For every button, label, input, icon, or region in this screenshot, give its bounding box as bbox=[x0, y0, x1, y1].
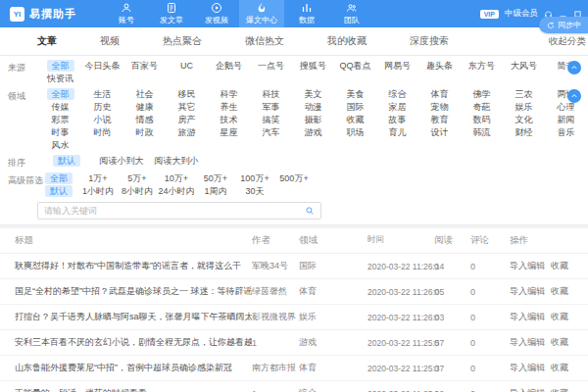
filter-chip[interactable]: 搜狐号 bbox=[292, 60, 334, 72]
article-title[interactable]: 正能量的一段话，迷茫的时候看看 bbox=[0, 387, 252, 392]
import-edit-link[interactable]: 导入编辑 bbox=[510, 261, 545, 270]
import-edit-link[interactable]: 导入编辑 bbox=[510, 388, 545, 392]
filter-chip[interactable]: QQ看点 bbox=[334, 60, 376, 72]
nav-item-fire[interactable]: 爆文中心 bbox=[239, 0, 284, 27]
filter-chip[interactable]: 风水 bbox=[39, 139, 81, 151]
import-edit-link[interactable]: 导入编辑 bbox=[510, 363, 545, 372]
filter-chip[interactable]: 50万+ bbox=[196, 172, 235, 184]
filter-chip[interactable]: 历史 bbox=[81, 101, 123, 113]
nav-item-team[interactable]: 团队 bbox=[329, 0, 374, 27]
tab-0[interactable]: 文章 bbox=[37, 34, 57, 48]
filter-chip[interactable]: 全部 bbox=[39, 60, 81, 72]
filter-chip[interactable]: 一点号 bbox=[250, 60, 292, 72]
article-title[interactable]: 安利三本百看不厌的玄幻小说，剧情全程无尿点，让你越看越上瘾 bbox=[0, 336, 252, 349]
filter-chip[interactable]: 心理 bbox=[545, 101, 587, 113]
filter-chip[interactable]: 企鹅号 bbox=[208, 60, 250, 72]
tab-5[interactable]: 深度搜索 bbox=[410, 34, 449, 48]
filter-chip[interactable]: 移民 bbox=[166, 88, 208, 100]
filter-chip[interactable]: 佛学 bbox=[461, 88, 503, 100]
collapse-up-button[interactable] bbox=[567, 89, 581, 103]
nav-item-video[interactable]: 发视频 bbox=[194, 0, 239, 27]
filter-chip[interactable]: 收藏 bbox=[334, 114, 376, 125]
filter-chip[interactable]: 默认 bbox=[39, 155, 94, 167]
filter-chip[interactable]: 30天 bbox=[235, 185, 274, 197]
filter-chip[interactable]: 教育 bbox=[418, 114, 461, 125]
filter-chip[interactable]: 小说 bbox=[81, 114, 123, 125]
filter-chip[interactable]: 育儿 bbox=[376, 126, 418, 138]
filter-chip[interactable]: UC bbox=[166, 60, 208, 72]
tab-4[interactable]: 我的收藏 bbox=[327, 34, 367, 48]
filter-chip[interactable]: 韩流 bbox=[461, 126, 503, 138]
filter-chip[interactable]: 宠物 bbox=[418, 101, 461, 113]
filter-chip[interactable]: 体育 bbox=[418, 88, 461, 100]
favorite-link[interactable]: 收藏 bbox=[551, 286, 568, 296]
filter-chip[interactable]: 社会 bbox=[123, 88, 166, 100]
filter-chip[interactable]: 阅读小到大 bbox=[94, 155, 149, 167]
filter-chip[interactable]: 1小时内 bbox=[78, 185, 118, 197]
filter-chip[interactable]: 时事 bbox=[39, 126, 81, 138]
favorite-link[interactable]: 收藏 bbox=[551, 261, 568, 270]
filter-chip[interactable]: 网易号 bbox=[376, 60, 418, 72]
filter-chip[interactable]: 国际 bbox=[334, 101, 376, 113]
filter-chip[interactable]: 彩票 bbox=[39, 114, 81, 125]
filter-chip[interactable]: 美食 bbox=[334, 88, 376, 100]
filter-chip[interactable]: 动漫 bbox=[292, 101, 334, 113]
filter-chip[interactable]: 三农 bbox=[503, 88, 545, 100]
article-title[interactable]: 耿爽怼得好！对散布“中国制造带毒”的谣言者，就得这么干 bbox=[0, 260, 252, 272]
filter-chip[interactable]: 默认 bbox=[39, 185, 78, 197]
filter-chip[interactable]: 快资讯 bbox=[39, 73, 81, 84]
filter-chip[interactable]: 养生 bbox=[208, 101, 250, 113]
filter-chip[interactable]: 美文 bbox=[292, 88, 334, 100]
filter-chip[interactable]: 百家号 bbox=[123, 60, 166, 72]
filter-chip[interactable]: 阅读大到小 bbox=[149, 155, 204, 167]
collapse-up-button[interactable] bbox=[567, 61, 581, 74]
article-title[interactable]: 山东鲁能外援费莱尼“中招”，首例中超球员确诊感染新冠 bbox=[0, 362, 252, 374]
filter-chip[interactable]: 其它 bbox=[166, 101, 208, 113]
filter-chip[interactable]: 24小时内 bbox=[157, 185, 196, 197]
import-edit-link[interactable]: 导入编辑 bbox=[510, 312, 545, 321]
filter-chip[interactable]: 传媒 bbox=[39, 101, 81, 113]
import-edit-link[interactable]: 导入编辑 bbox=[510, 337, 545, 347]
filter-chip[interactable]: 10万+ bbox=[157, 172, 196, 184]
filter-chip[interactable]: 房产 bbox=[166, 114, 208, 125]
filter-chip[interactable]: 财经 bbox=[503, 126, 545, 138]
article-title[interactable]: 国足“全村的希望”中招？武磊是确诊球员之一 球迷：等待辟谣 bbox=[0, 285, 252, 298]
filter-chip[interactable]: 搞笑 bbox=[250, 114, 292, 125]
filter-chip[interactable]: 今日头条 bbox=[81, 60, 123, 72]
tab-1[interactable]: 视频 bbox=[100, 34, 120, 48]
filter-chip[interactable]: 旅游 bbox=[166, 126, 208, 138]
favorite-link[interactable]: 收藏 bbox=[551, 337, 568, 347]
filter-chip[interactable]: 文化 bbox=[503, 114, 545, 125]
filter-chip[interactable]: 情感 bbox=[123, 114, 166, 125]
filter-chip[interactable]: 趣头条 bbox=[418, 60, 461, 72]
favorite-link[interactable]: 收藏 bbox=[551, 363, 568, 372]
filter-chip[interactable]: 5万+ bbox=[118, 172, 157, 184]
filter-chip[interactable]: 东方号 bbox=[461, 60, 503, 72]
filter-chip[interactable]: 故事 bbox=[376, 114, 418, 125]
filter-chip[interactable]: 科学 bbox=[208, 88, 250, 100]
filter-chip[interactable]: 奇葩 bbox=[461, 101, 503, 113]
filter-chip[interactable]: 技术 bbox=[208, 114, 250, 125]
nav-item-article[interactable]: 发文章 bbox=[149, 0, 194, 27]
filter-chip[interactable]: 新闻 bbox=[545, 114, 587, 125]
filter-chip[interactable]: 娱乐 bbox=[503, 101, 545, 113]
filter-chip[interactable]: 全部 bbox=[39, 88, 81, 100]
filter-chip[interactable]: 汽车 bbox=[250, 126, 292, 138]
filter-chip[interactable]: 综合 bbox=[376, 88, 418, 100]
favorite-link[interactable]: 收藏 bbox=[551, 312, 568, 321]
collapse-categories-link[interactable]: 收起分类 bbox=[549, 35, 586, 48]
filter-chip[interactable]: 时尚 bbox=[81, 126, 123, 138]
filter-chip[interactable]: 星座 bbox=[208, 126, 250, 138]
filter-chip[interactable]: 音乐 bbox=[545, 126, 587, 138]
filter-chip[interactable]: 数码 bbox=[461, 114, 503, 125]
filter-chip[interactable]: 摄影 bbox=[292, 114, 334, 125]
nav-item-chart[interactable]: 数据 bbox=[284, 0, 329, 27]
filter-chip[interactable]: 1周内 bbox=[196, 185, 235, 197]
filter-chip[interactable]: 100万+ bbox=[235, 172, 274, 184]
filter-chip[interactable]: 8小时内 bbox=[118, 185, 157, 197]
filter-chip[interactable]: 500万+ bbox=[274, 172, 314, 184]
filter-chip[interactable]: 大风号 bbox=[503, 60, 545, 72]
sync-button[interactable]: 同步中 bbox=[539, 17, 588, 33]
favorite-link[interactable]: 收藏 bbox=[551, 388, 568, 392]
search-icon[interactable] bbox=[305, 206, 315, 216]
